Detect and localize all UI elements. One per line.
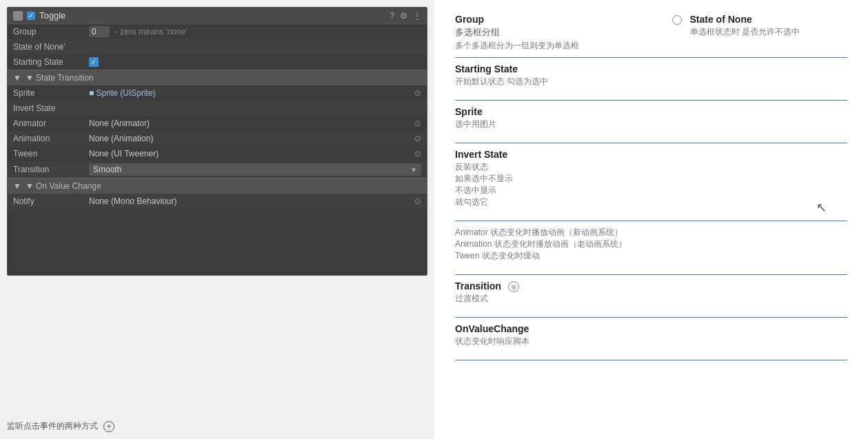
group-tooltip-title: Group	[455, 14, 631, 25]
animation-row: Animation None (Animation) ⊙	[8, 131, 427, 146]
invert-state-tooltip-sub1: 反装状态	[455, 161, 847, 173]
starting-state-label: Starting State	[13, 57, 89, 67]
enabled-checkbox[interactable]	[27, 12, 35, 20]
notify-label: Notify	[13, 196, 89, 206]
starting-state-tooltip-title: Starting State	[455, 63, 847, 74]
starting-state-row: Starting State	[8, 54, 427, 70]
transition-label: Transition	[13, 165, 89, 174]
group-state-row: Group 多选框分组 多个多选框分为一组则变为单选框 State of Non…	[455, 14, 847, 52]
divider-6	[455, 317, 847, 318]
on-value-change-tooltip-sub1: 状态变化时响应脚本	[455, 336, 847, 347]
group-hint: - zero means 'none'	[115, 27, 188, 37]
invert-state-tooltip-title: Invert State	[455, 149, 847, 160]
bottom-text: 监听点击事件的两种方式	[7, 420, 98, 432]
divider-4	[455, 221, 847, 221]
divider-2	[455, 100, 847, 101]
state-of-none-row: State of None'	[8, 39, 427, 54]
starting-state-tooltip: Starting State 开始默认状态 勾选为选中	[455, 63, 847, 88]
tween-tooltip-text: Tween 状态变化时缓动	[455, 250, 847, 262]
invert-state-row: Invert State	[8, 101, 427, 116]
animator-row: Animator None (Animator) ⊙	[8, 116, 427, 131]
animation-label: Animation	[13, 134, 89, 143]
starting-state-checkbox[interactable]	[89, 57, 99, 67]
menu-icon[interactable]: ⋮	[413, 11, 421, 21]
tween-label: Tween	[13, 149, 89, 159]
invert-state-tooltip-sub2: 如果选中不显示	[455, 173, 847, 185]
transition-row: Transition Smooth ▼	[8, 161, 427, 178]
sprite-settings-icon[interactable]: ⊙	[414, 88, 421, 98]
notify-settings-icon[interactable]: ⊙	[414, 196, 421, 206]
sprite-tooltip-sub1: 选中用图片	[455, 119, 847, 130]
divider-5	[455, 274, 847, 275]
component-icon	[13, 11, 23, 21]
unity-inspector: Toggle ? ⚙ ⋮ Group - zero means 'none' S…	[7, 7, 427, 276]
on-value-change-header[interactable]: ▼ ▼ On Value Change	[8, 178, 427, 194]
invert-state-tooltip: Invert State 反装状态 如果选中不显示 不选中显示 就勾选它	[455, 149, 847, 208]
help-icon[interactable]: ?	[390, 11, 394, 21]
sprite-tooltip-title: Sprite	[455, 106, 847, 117]
divider-3	[455, 143, 847, 143]
group-tooltip-sub1: 多选框分组	[455, 26, 631, 39]
inspector-title-bar: Toggle ? ⚙ ⋮	[8, 8, 427, 24]
divider-1	[455, 57, 847, 58]
state-transition-arrow: ▼	[13, 73, 21, 83]
state-of-none-tooltip-title: State of None	[690, 14, 800, 25]
state-none-circle-icon	[672, 15, 682, 25]
component-title: Toggle	[39, 10, 385, 21]
group-label: Group	[13, 27, 89, 37]
invert-state-label: Invert State	[13, 103, 89, 113]
state-transition-label: ▼ State Transition	[26, 73, 94, 83]
transition-tooltip-title: Transition	[455, 280, 501, 292]
group-tooltip: Group 多选框分组 多个多选框分为一组则变为单选框	[455, 14, 631, 52]
animation-tooltip-text: Animation 状态变化时播放动画（老动画系统）	[455, 238, 847, 250]
group-row: Group - zero means 'none'	[8, 24, 427, 39]
right-panel: Group 多选框分组 多个多选框分为一组则变为单选框 State of Non…	[434, 0, 868, 439]
on-value-change-tooltip-title: OnValueChange	[455, 323, 847, 334]
left-panel: Toggle ? ⚙ ⋮ Group - zero means 'none' S…	[0, 0, 434, 439]
transition-select[interactable]: Smooth ▼	[89, 163, 421, 176]
invert-state-tooltip-sub3: 不选中显示	[455, 185, 847, 196]
group-input[interactable]	[89, 26, 110, 37]
transition-plus-icon[interactable]: ⊕	[508, 281, 519, 292]
tween-value: None (UI Tweener)	[89, 149, 414, 159]
on-value-change-tooltip: OnValueChange 状态变化时响应脚本	[455, 323, 847, 347]
main-layout: Toggle ? ⚙ ⋮ Group - zero means 'none' S…	[0, 0, 868, 439]
sprite-row: Sprite ■ Sprite (UISprite) ⊙	[8, 85, 427, 101]
on-value-change-arrow: ▼	[13, 181, 21, 191]
sprite-label: Sprite	[13, 88, 89, 98]
add-listener-button[interactable]: +	[103, 421, 114, 432]
divider-7	[455, 360, 847, 360]
transition-value: Smooth	[93, 165, 121, 174]
notify-row: Notify None (Mono Behaviour) ⊙	[8, 194, 427, 209]
tween-settings-icon[interactable]: ⊙	[414, 149, 421, 159]
animation-value: None (Animation)	[89, 134, 414, 143]
sprite-value[interactable]: ■ Sprite (UISprite)	[89, 88, 156, 98]
animator-settings-icon[interactable]: ⊙	[414, 119, 421, 128]
transition-tooltip-sub1: 过渡模式	[455, 293, 847, 305]
inspector-body: Group - zero means 'none' State of None'…	[8, 24, 427, 209]
state-transition-header[interactable]: ▼ ▼ State Transition	[8, 70, 427, 85]
tween-row: Tween None (UI Tweener) ⊙	[8, 146, 427, 161]
bottom-bar: 监听点击事件的两种方式 +	[7, 420, 427, 432]
state-of-none-label: State of None'	[13, 42, 89, 52]
animator-label: Animator	[13, 119, 89, 128]
notify-value: None (Mono Behaviour)	[89, 196, 414, 206]
invert-state-tooltip-sub4: 就勾选它	[455, 196, 847, 208]
cursor-icon: ↖	[816, 200, 827, 215]
transition-tooltip: Transition ⊕ 过渡模式	[455, 280, 847, 305]
state-of-none-tooltip: State of None 单选框状态时 是否允许不选中	[672, 14, 848, 52]
animator-value: None (Animator)	[89, 119, 414, 128]
title-icons: ? ⚙ ⋮	[390, 11, 421, 21]
animator-tooltip-text: Animator 状态变化时播放动画（新动画系统）	[455, 227, 847, 238]
starting-state-tooltip-sub1: 开始默认状态 勾选为选中	[455, 76, 847, 88]
animator-animation-tween-tooltip: Animator 状态变化时播放动画（新动画系统） Animation 状态变化…	[455, 227, 847, 262]
animation-settings-icon[interactable]: ⊙	[414, 134, 421, 143]
settings-icon[interactable]: ⚙	[400, 11, 407, 21]
state-of-none-tooltip-sub1: 单选框状态时 是否允许不选中	[690, 26, 800, 38]
group-tooltip-sub2: 多个多选框分为一组则变为单选框	[455, 40, 631, 52]
transition-dropdown-arrow: ▼	[410, 166, 417, 174]
sprite-tooltip: Sprite 选中用图片	[455, 106, 847, 130]
on-value-change-label: ▼ On Value Change	[26, 181, 101, 191]
